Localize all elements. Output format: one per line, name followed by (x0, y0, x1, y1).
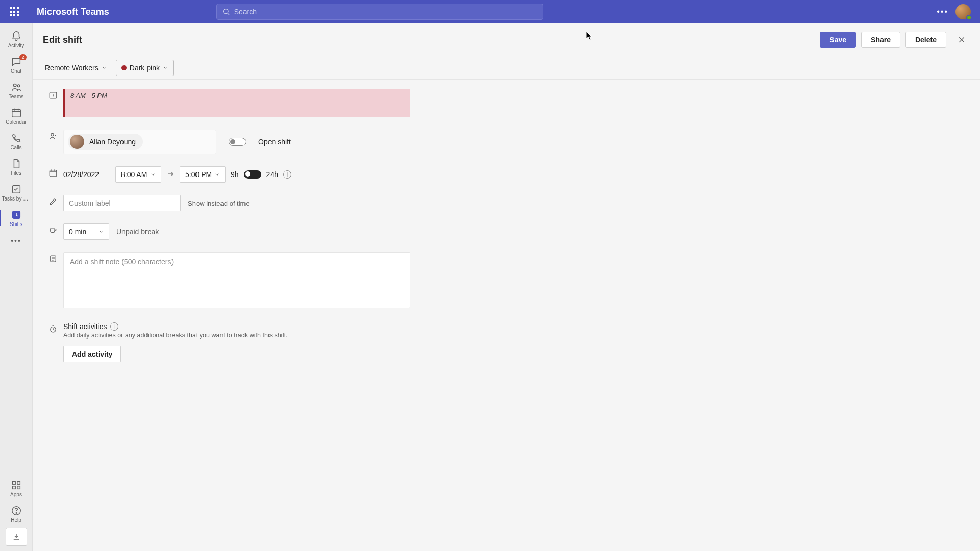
svg-rect-8 (17, 482, 20, 485)
rail-teams[interactable]: Teams (0, 79, 33, 102)
pencil-icon (43, 195, 63, 206)
bell-icon (11, 31, 22, 42)
assignee-chip[interactable]: Allan Deyoung (68, 134, 143, 150)
break-duration-select[interactable]: 0 min (63, 223, 109, 240)
form: 8 AM - 5 PM Allan Deyoung (33, 80, 980, 383)
duration-text: 9h (231, 170, 239, 179)
svg-rect-7 (12, 482, 15, 485)
cup-icon (43, 223, 63, 235)
filters-row: Remote Workers Dark pink (33, 56, 980, 80)
rail-apps[interactable]: Apps (0, 477, 33, 500)
file-icon (11, 158, 22, 169)
row-datetime: 02/28/2022 8:00 AM 5:00 PM 9h (43, 166, 970, 183)
color-label: Dark pink (130, 64, 160, 72)
rail-label: Chat (11, 68, 21, 74)
timer-icon (43, 322, 63, 334)
rail-calendar[interactable]: Calendar (0, 104, 33, 128)
info-icon[interactable]: i (110, 322, 118, 331)
clock-icon (43, 89, 63, 100)
info-icon[interactable]: i (283, 170, 291, 179)
open-shift-label: Open shift (258, 138, 291, 146)
avatar-icon (70, 135, 84, 149)
row-person: Allan Deyoung Open shift (43, 130, 970, 154)
delete-button[interactable]: Delete (905, 32, 946, 48)
start-value: 8:00 AM (121, 170, 147, 179)
rail-files[interactable]: Files (0, 155, 33, 179)
download-button[interactable] (6, 528, 27, 546)
rail-label: Tasks by Pl… (2, 196, 31, 202)
date-input[interactable]: 02/28/2022 (63, 166, 110, 183)
presence-badge (966, 15, 972, 20)
chevron-down-icon (102, 65, 107, 70)
24h-label: 24h (266, 170, 278, 179)
page-header: Edit shift Save Share Delete (33, 23, 980, 56)
row-break: 0 min Unpaid break (43, 223, 970, 240)
phone-icon (11, 133, 22, 144)
rail-help[interactable]: Help (0, 502, 33, 525)
tasks-icon (11, 184, 22, 195)
note-icon (43, 252, 63, 263)
row-timecard: 8 AM - 5 PM (43, 89, 970, 117)
rail-tasks[interactable]: Tasks by Pl… (0, 181, 33, 204)
app-launcher-icon[interactable] (9, 7, 19, 17)
svg-point-12 (16, 513, 16, 513)
row-label: Show instead of time (43, 195, 970, 211)
rail-shifts[interactable]: Shifts (0, 206, 33, 230)
content: Edit shift Save Share Delete Remote Work… (33, 23, 980, 551)
search-icon (222, 8, 230, 16)
help-icon (11, 505, 22, 516)
close-button[interactable] (953, 32, 970, 48)
rail-calls[interactable]: Calls (0, 130, 33, 153)
save-button[interactable]: Save (820, 32, 856, 48)
rail-more[interactable]: ••• (0, 232, 33, 247)
rail-label: Help (11, 517, 21, 523)
app-rail: Activity 2 Chat Teams Calendar Calls Fil… (0, 23, 33, 551)
assignee-field[interactable]: Allan Deyoung (63, 130, 216, 154)
share-button[interactable]: Share (861, 32, 900, 48)
search-input[interactable] (234, 8, 537, 16)
brand-title: Microsoft Teams (37, 7, 109, 17)
label-hint: Show instead of time (188, 199, 250, 207)
rail-label: Shifts (10, 221, 22, 228)
start-time-select[interactable]: 8:00 AM (115, 166, 161, 183)
svg-rect-10 (17, 486, 20, 489)
row-activities: Shift activities i Add daily activities … (43, 322, 970, 362)
break-label: Unpaid break (116, 228, 159, 236)
search-wrap (216, 4, 543, 20)
svg-rect-4 (12, 110, 20, 117)
user-avatar[interactable] (955, 4, 971, 19)
chevron-down-icon (163, 65, 168, 70)
rail-chat[interactable]: 2 Chat (0, 53, 33, 77)
color-dropdown[interactable]: Dark pink (116, 60, 174, 76)
shift-note-input[interactable] (63, 252, 410, 308)
person-add-icon (43, 130, 63, 141)
calendar-clock-icon (43, 166, 63, 178)
add-activity-button[interactable]: Add activity (63, 346, 121, 362)
rail-label: Apps (10, 492, 22, 498)
rail-label: Files (11, 170, 21, 177)
search-box[interactable] (216, 4, 543, 20)
page-title: Edit shift (43, 35, 82, 45)
custom-label-input[interactable] (63, 195, 181, 211)
open-shift-toggle[interactable] (229, 138, 246, 146)
svg-point-14 (51, 133, 54, 136)
calendar-icon (11, 107, 22, 118)
group-dropdown[interactable]: Remote Workers (43, 64, 109, 72)
chevron-down-icon (215, 172, 220, 177)
row-note (43, 252, 970, 310)
top-bar: Microsoft Teams ••• (0, 0, 980, 23)
svg-point-0 (223, 9, 228, 14)
24h-toggle[interactable] (244, 170, 261, 179)
svg-line-1 (228, 13, 229, 15)
chevron-down-icon (99, 229, 104, 234)
shifts-icon (11, 209, 22, 220)
end-value: 5:00 PM (185, 170, 212, 179)
download-icon (12, 532, 21, 541)
chat-badge: 2 (19, 54, 26, 60)
rail-activity[interactable]: Activity (0, 28, 33, 51)
more-options-icon[interactable]: ••• (937, 7, 948, 16)
end-time-select[interactable]: 5:00 PM (180, 166, 226, 183)
shift-time-preview: 8 AM - 5 PM (63, 89, 410, 117)
ellipsis-icon: ••• (11, 237, 21, 245)
activities-title: Shift activities (63, 322, 107, 331)
